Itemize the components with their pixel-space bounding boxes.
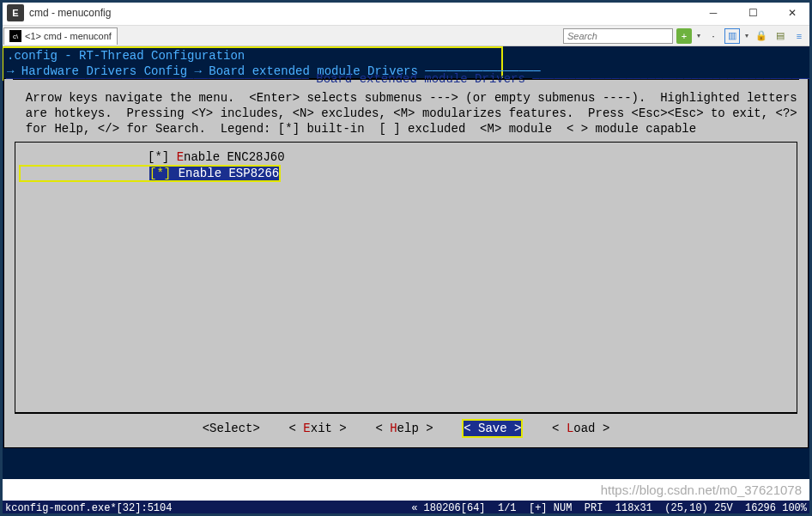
new-tab-dropdown[interactable]: ▾ bbox=[695, 28, 702, 44]
action-exit[interactable]: < Exit > bbox=[289, 422, 347, 435]
minimize-button[interactable]: ─ bbox=[694, 0, 733, 26]
action-bar: <Select> < Exit > < Help > < Save > < Lo… bbox=[15, 413, 797, 440]
tab-cmd[interactable]: c\ <1> cmd - menuconf bbox=[3, 27, 118, 45]
separator-icon: · bbox=[706, 28, 721, 44]
search-input[interactable] bbox=[563, 28, 673, 44]
window-list-button[interactable]: ▥ bbox=[724, 28, 740, 44]
config-panel: ────────────────────────────────────────… bbox=[3, 78, 809, 448]
window-title: cmd - menuconfig bbox=[29, 7, 694, 19]
action-save[interactable]: < Save > bbox=[464, 421, 521, 436]
cmd-icon: c\ bbox=[9, 30, 21, 42]
list-icon[interactable]: ▤ bbox=[773, 28, 788, 44]
new-tab-button[interactable]: + bbox=[676, 28, 692, 44]
tab-index: <1> bbox=[25, 31, 41, 41]
option-esp8266[interactable]: [*] Enable ESP8266 bbox=[149, 167, 279, 180]
maximize-button[interactable]: ☐ bbox=[733, 0, 773, 26]
close-button[interactable]: ✕ bbox=[773, 0, 812, 26]
action-save-highlight: < Save > bbox=[462, 419, 523, 438]
action-select[interactable]: <Select> bbox=[203, 422, 260, 435]
status-left: kconfig-mconf.exe*[32]:5104 bbox=[5, 502, 172, 514]
config-header: .config - RT-Thread Configuration bbox=[3, 48, 501, 64]
status-right: « 180206[64] 1/1 [+] NUM PRI 118x31 (25,… bbox=[411, 502, 807, 514]
options-list: [*] Enable ENC28J60 [*] Enable ESP8266 bbox=[15, 142, 797, 413]
window-titlebar: E cmd - menuconfig ─ ☐ ✕ bbox=[0, 0, 812, 26]
help-text: Arrow keys navigate the menu. <Enter> se… bbox=[6, 87, 806, 142]
watermark-text: https://blog.csdn.net/m0_37621078 bbox=[601, 483, 802, 497]
terminal-area: .config - RT-Thread Configuration → Hard… bbox=[0, 46, 812, 479]
lock-icon[interactable]: 🔒 bbox=[754, 28, 769, 44]
option-esp8266-highlight: [*] Enable ESP8266 bbox=[19, 165, 281, 182]
status-bar: kconfig-mconf.exe*[32]:5104 « 180206[64]… bbox=[0, 501, 812, 516]
app-icon: E bbox=[7, 4, 24, 21]
window-list-dropdown[interactable]: ▾ bbox=[743, 28, 750, 44]
menu-icon[interactable]: ≡ bbox=[791, 28, 807, 44]
option-enc28j60[interactable]: [*] Enable ENC28J60 bbox=[19, 149, 793, 165]
action-help[interactable]: < Help > bbox=[375, 422, 433, 435]
tab-label: cmd - menuconf bbox=[44, 31, 112, 41]
action-load[interactable]: < Load > bbox=[552, 422, 609, 435]
tab-toolbar: c\ <1> cmd - menuconf + ▾ · ▥ ▾ 🔒 ▤ ≡ bbox=[0, 26, 812, 46]
